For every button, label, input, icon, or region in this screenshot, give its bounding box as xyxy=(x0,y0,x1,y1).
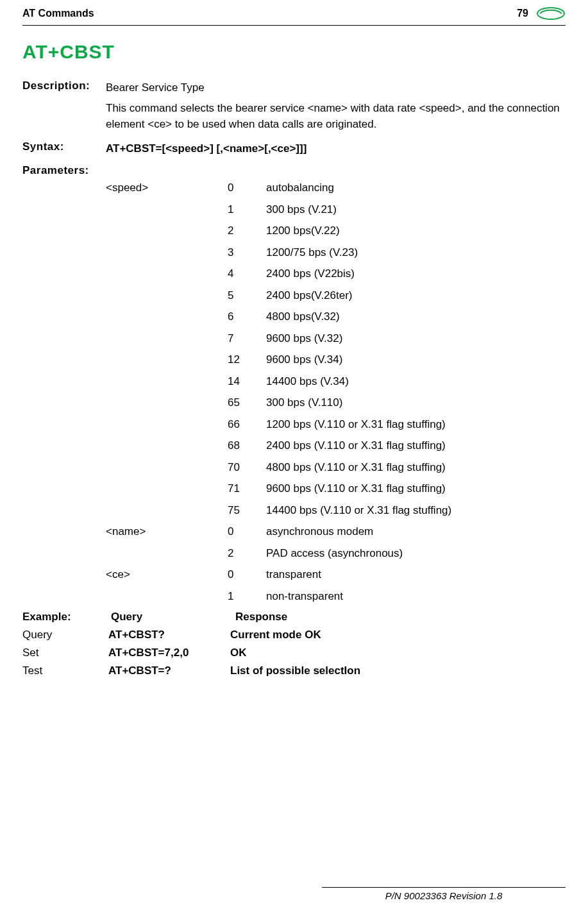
syntax-label: Syntax: xyxy=(22,140,106,157)
param-name: <ce> xyxy=(106,566,228,583)
param-description: asynchronous modem xyxy=(266,523,566,540)
param-name xyxy=(106,223,228,239)
param-value: 4 xyxy=(228,266,266,282)
parameters-section: Parameters: xyxy=(22,164,566,177)
parameters-label: Parameters: xyxy=(22,164,106,177)
param-description: 2400 bps (V22bis) xyxy=(266,266,566,282)
param-value: 6 xyxy=(228,309,266,325)
param-value: 65 xyxy=(228,394,266,411)
param-row: 79600 bps (V.32) xyxy=(106,330,566,347)
param-row: 7514400 bps (V.110 or X.31 flag stuffing… xyxy=(106,502,566,519)
param-row: 1300 bps (V.21) xyxy=(106,201,566,218)
param-description: 9600 bps (V.32) xyxy=(266,330,566,347)
syntax-value: AT+CBST=[<speed>] [,<name>[,<ce>]]] xyxy=(106,140,566,157)
param-row: 719600 bps (V.110 or X.31 flag stuffing) xyxy=(106,480,566,497)
param-name xyxy=(106,309,228,325)
param-value: 71 xyxy=(228,480,266,497)
footer-divider xyxy=(322,887,566,888)
param-description: 4800 bps (V.110 or X.31 flag stuffing) xyxy=(266,459,566,476)
param-value: 7 xyxy=(228,330,266,347)
param-name xyxy=(106,416,228,433)
example-query: AT+CBST=7,2,0 xyxy=(108,647,230,659)
page-header: AT Commands 79 xyxy=(22,6,566,24)
param-row: <name>0asynchronous modem xyxy=(106,523,566,540)
param-row: <ce>0transparent xyxy=(106,566,566,583)
param-description: 14400 bps (V.110 or X.31 flag stuffing) xyxy=(266,502,566,519)
header-section-title: AT Commands xyxy=(22,8,94,19)
param-name xyxy=(106,373,228,390)
param-description: transparent xyxy=(266,566,566,583)
param-name xyxy=(106,394,228,411)
param-description: 9600 bps (V.34) xyxy=(266,351,566,368)
param-description: 9600 bps (V.110 or X.31 flag stuffing) xyxy=(266,480,566,497)
param-value: 2 xyxy=(228,545,266,562)
param-name xyxy=(106,545,228,562)
page-footer: P/N 90023363 Revision 1.8 xyxy=(322,887,566,901)
example-response: List of possible selectIon xyxy=(230,664,566,677)
query-header: Query xyxy=(108,611,230,623)
param-description: 4800 bps(V.32) xyxy=(266,309,566,325)
example-response: Current mode OK xyxy=(230,629,566,641)
param-row: 1non-transparent xyxy=(106,588,566,605)
description-label: Description: xyxy=(22,80,106,133)
param-description: 1200 bps (V.110 or X.31 flag stuffing) xyxy=(266,416,566,433)
description-section: Description: Bearer Service Type This co… xyxy=(22,80,566,133)
param-value: 0 xyxy=(228,566,266,583)
param-row: 682400 bps (V.110 or X.31 flag stuffing) xyxy=(106,437,566,454)
param-name: <speed> xyxy=(106,180,228,196)
param-row: 704800 bps (V.110 or X.31 flag stuffing) xyxy=(106,459,566,476)
param-value: 1 xyxy=(228,201,266,218)
example-header-row: Example: Query Response xyxy=(22,611,566,623)
param-description: 1200/75 bps (V.23) xyxy=(266,244,566,261)
param-value: 66 xyxy=(228,416,266,433)
param-row: 21200 bps(V.22) xyxy=(106,223,566,239)
header-right: 79 xyxy=(517,6,566,21)
header-divider xyxy=(22,25,566,26)
param-value: 68 xyxy=(228,437,266,454)
example-response: OK xyxy=(230,647,566,659)
param-value: 5 xyxy=(228,287,266,304)
description-body: This command selects the bearer service … xyxy=(106,100,566,133)
param-description: 14400 bps (V.34) xyxy=(266,373,566,390)
param-name xyxy=(106,459,228,476)
param-description: 2400 bps (V.110 or X.31 flag stuffing) xyxy=(266,437,566,454)
param-row: 2PAD access (asynchronous) xyxy=(106,545,566,562)
svg-point-0 xyxy=(537,8,564,19)
param-value: 70 xyxy=(228,459,266,476)
param-name xyxy=(106,330,228,347)
description-head: Bearer Service Type xyxy=(106,80,566,96)
param-description: 1200 bps(V.22) xyxy=(266,223,566,239)
param-value: 1 xyxy=(228,588,266,605)
param-value: 0 xyxy=(228,523,266,540)
param-name xyxy=(106,480,228,497)
param-row: 65300 bps (V.110) xyxy=(106,394,566,411)
param-name: <name> xyxy=(106,523,228,540)
param-row: 661200 bps (V.110 or X.31 flag stuffing) xyxy=(106,416,566,433)
param-row: 42400 bps (V22bis) xyxy=(106,266,566,282)
param-description: 300 bps (V.110) xyxy=(266,394,566,411)
example-row: QueryAT+CBST?Current mode OK xyxy=(22,629,566,641)
param-value: 0 xyxy=(228,180,266,196)
param-row: 129600 bps (V.34) xyxy=(106,351,566,368)
param-name xyxy=(106,502,228,519)
param-name xyxy=(106,588,228,605)
page-number: 79 xyxy=(517,8,528,19)
param-description: autobalancing xyxy=(266,180,566,196)
param-row: 1414400 bps (V.34) xyxy=(106,373,566,390)
param-row: 52400 bps(V.26ter) xyxy=(106,287,566,304)
parameters-table: <speed>0autobalancing1300 bps (V.21)2120… xyxy=(106,180,566,604)
param-name xyxy=(106,266,228,282)
example-query: AT+CBST=? xyxy=(108,664,230,677)
param-name xyxy=(106,351,228,368)
description-content: Bearer Service Type This command selects… xyxy=(106,80,566,133)
example-type: Set xyxy=(22,647,108,659)
brand-logo-icon xyxy=(536,6,566,21)
example-row: SetAT+CBST=7,2,0OK xyxy=(22,647,566,659)
example-table: Example: Query Response QueryAT+CBST?Cur… xyxy=(22,611,566,677)
param-value: 2 xyxy=(228,223,266,239)
footer-text: P/N 90023363 Revision 1.8 xyxy=(322,890,566,901)
example-label: Example: xyxy=(22,611,108,623)
response-header: Response xyxy=(230,611,566,623)
param-row: 64800 bps(V.32) xyxy=(106,309,566,325)
param-value: 12 xyxy=(228,351,266,368)
